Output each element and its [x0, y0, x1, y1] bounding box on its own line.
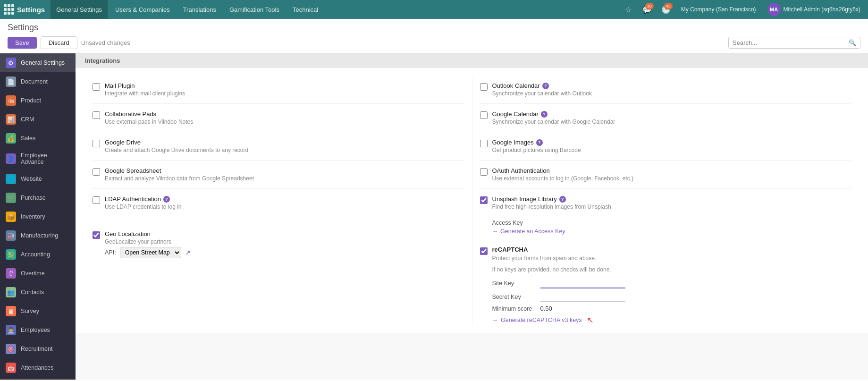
mail-plugin-text: Mail Plugin Integrate with mail client p…	[105, 82, 185, 97]
outlook-calendar-checkbox[interactable]	[480, 83, 488, 91]
product-icon: 🛍	[6, 95, 16, 106]
user-menu[interactable]: MA Mitchell Admin (sq6ha26gty5x)	[764, 3, 864, 16]
sidebar-label-inventory: Inventory	[21, 213, 45, 220]
google-images-help-icon[interactable]: ?	[536, 139, 543, 146]
outlook-help-icon[interactable]: ?	[542, 83, 549, 89]
unsplash-help-icon[interactable]: ?	[559, 196, 566, 203]
search-icon[interactable]: 🔍	[849, 39, 856, 46]
google-spreadsheet-checkbox[interactable]	[93, 168, 100, 176]
purchase-icon: 🛒	[6, 193, 16, 203]
sidebar-item-document[interactable]: 📄 Document	[0, 72, 76, 91]
generate-access-key-link[interactable]: → Generate an Access Key	[492, 228, 851, 235]
sidebar-item-crm[interactable]: 📊 CRM	[0, 110, 76, 129]
unsplash-title: Unsplash Image Library ?	[492, 195, 611, 203]
main-layout: ⚙ General Settings 📄 Document 🛍 Product …	[0, 53, 868, 380]
nav-technical[interactable]: Technical	[287, 0, 324, 19]
unsplash-item: Unsplash Image Library ? Find free high-…	[480, 189, 851, 217]
recaptcha-desc2: If no keys are provided, no checks will …	[492, 266, 625, 273]
clock-icon-btn[interactable]: 🕐 43	[658, 2, 674, 17]
ldap-help-icon[interactable]: ?	[163, 196, 170, 203]
crm-icon: 📊	[6, 114, 16, 125]
sidebar-item-employee-advance[interactable]: 👤 Employee Advance	[0, 148, 76, 169]
nav-users-companies[interactable]: Users & Companies	[110, 0, 176, 19]
nav-gamification-tools[interactable]: Gamification Tools	[224, 0, 285, 19]
mail-plugin-title: Mail Plugin	[105, 82, 185, 89]
google-calendar-help-icon[interactable]: ?	[541, 111, 548, 118]
sidebar-item-manufacturing[interactable]: 🏭 Manufacturing	[0, 226, 76, 245]
access-key-label: Access Key	[492, 220, 851, 226]
recaptcha-arrow-icon: →	[492, 317, 498, 323]
collaborative-pads-text: Collaborative Pads Use external pads in …	[105, 110, 193, 125]
site-key-row: Site Key	[492, 278, 625, 288]
recaptcha-checkbox[interactable]	[480, 247, 488, 255]
secret-key-input[interactable]	[540, 291, 625, 302]
sidebar-item-overtime[interactable]: ⏱ Overtime	[0, 264, 76, 283]
nav-translations[interactable]: Translations	[177, 0, 222, 19]
google-images-desc: Get product pictures using Barcode	[492, 147, 581, 153]
nav-general-settings[interactable]: General Settings	[51, 0, 108, 19]
sidebar-item-inventory[interactable]: 📦 Inventory	[0, 207, 76, 226]
google-drive-checkbox[interactable]	[93, 140, 100, 147]
oauth-auth-text: OAuth Authentication Use external accoun…	[492, 167, 634, 182]
chat-icon-btn[interactable]: 💬 30	[640, 2, 655, 17]
action-bar: Save Discard Unsaved changes 🔍	[0, 34, 868, 53]
ldap-auth-checkbox[interactable]	[93, 196, 100, 204]
user-name: Mitchell Admin (sq6ha26gty5x)	[784, 6, 860, 13]
search-input[interactable]	[733, 39, 846, 46]
min-score-value: 0.50	[540, 305, 552, 312]
google-calendar-checkbox[interactable]	[480, 111, 488, 119]
company-selector[interactable]: My Company (San Francisco)	[677, 6, 760, 13]
sidebar-label-survey: Survey	[21, 308, 39, 314]
sidebar-item-accounting[interactable]: 💹 Accounting	[0, 245, 76, 264]
red-arrow-icon: ↖	[587, 315, 594, 325]
api-select[interactable]: Open Street Map	[120, 247, 181, 258]
google-drive-text: Google Drive Create and attach Google Dr…	[105, 139, 248, 153]
collaborative-pads-checkbox[interactable]	[93, 111, 100, 119]
geo-localization-checkbox[interactable]	[93, 231, 100, 239]
geo-localization-desc: GeoLocalize your partners	[105, 238, 171, 245]
ldap-auth-text: LDAP Authentication ? Use LDAP credentia…	[105, 195, 182, 210]
sidebar-item-contacts[interactable]: 👥 Contacts	[0, 283, 76, 302]
sidebar-item-employees[interactable]: 👨‍💼 Employees	[0, 321, 76, 339]
sidebar-label-accounting: Accounting	[21, 251, 50, 258]
mail-plugin-checkbox[interactable]	[93, 83, 100, 91]
manufacturing-icon: 🏭	[6, 230, 16, 241]
mail-plugin-item: Mail Plugin Integrate with mail client p…	[93, 76, 464, 104]
sidebar-label-website: Website	[21, 176, 42, 182]
sidebar-item-purchase[interactable]: 🛒 Purchase	[0, 188, 76, 207]
save-button[interactable]: Save	[8, 37, 37, 49]
integrations-section-header: Integrations	[76, 53, 868, 68]
sidebar-label-overtime: Overtime	[21, 270, 45, 277]
discard-button[interactable]: Discard	[41, 36, 77, 49]
sidebar-item-sales[interactable]: 💰 Sales	[0, 129, 76, 148]
google-drive-item: Google Drive Create and attach Google Dr…	[93, 132, 464, 161]
oauth-auth-title: OAuth Authentication	[492, 167, 634, 174]
sidebar-label-sales: Sales	[21, 135, 35, 142]
google-spreadsheet-title: Google Spreadsheet	[105, 167, 254, 174]
secret-key-label: Secret Key	[492, 294, 535, 300]
app-logo[interactable]: Settings	[4, 4, 45, 15]
sidebar-item-recruitment[interactable]: 🎯 Recruitment	[0, 339, 76, 358]
avatar: MA	[767, 3, 781, 16]
geo-localization-item: Geo Localization GeoLocalize your partne…	[93, 224, 464, 247]
sidebar-label-general-settings: General Settings	[21, 59, 65, 66]
unsplash-checkbox[interactable]	[480, 196, 488, 204]
sidebar-item-website[interactable]: 🌐 Website	[0, 169, 76, 188]
generate-recaptcha-link[interactable]: → Generate reCAPTCHA v3 keys ↖	[492, 315, 625, 325]
site-key-input[interactable]	[540, 278, 625, 288]
sidebar-item-product[interactable]: 🛍 Product	[0, 91, 76, 110]
sidebar-item-survey[interactable]: 📋 Survey	[0, 302, 76, 321]
oauth-auth-checkbox[interactable]	[480, 168, 488, 176]
google-calendar-text: Google Calendar ? Synchronize your calen…	[492, 110, 615, 125]
attendances-icon: 📅	[6, 363, 16, 373]
external-link-icon[interactable]: ↗	[185, 249, 191, 256]
settings-icon-btn[interactable]: ☆	[621, 2, 636, 17]
sidebar-item-attendances[interactable]: 📅 Attendances	[0, 358, 76, 377]
unsplash-desc: Find free high-resolution images from Un…	[492, 203, 611, 210]
google-images-checkbox[interactable]	[480, 140, 488, 147]
sidebar-item-general-settings[interactable]: ⚙ General Settings	[0, 53, 76, 72]
integrations-body: Mail Plugin Integrate with mail client p…	[76, 68, 868, 333]
recaptcha-title: reCAPTCHA	[492, 246, 625, 253]
min-score-label: Minimum score	[492, 305, 535, 312]
chat-badge: 30	[645, 3, 654, 9]
